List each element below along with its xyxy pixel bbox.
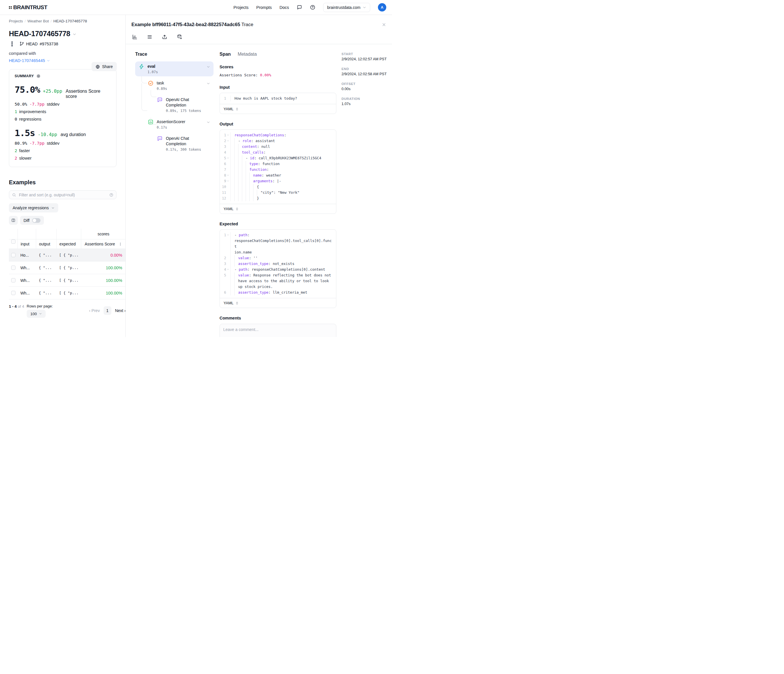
cell-input: Wh... bbox=[17, 278, 36, 283]
collapse-icon[interactable] bbox=[227, 174, 229, 176]
chart-view-icon[interactable] bbox=[132, 34, 137, 40]
list-view-icon[interactable] bbox=[147, 34, 152, 40]
row-checkbox[interactable] bbox=[11, 266, 16, 270]
current-page-button[interactable]: 1 bbox=[104, 306, 111, 315]
chevron-up-down-icon bbox=[235, 207, 239, 211]
chevron-down-icon[interactable] bbox=[207, 82, 210, 85]
logo-text: BRAINTRUST bbox=[13, 4, 47, 11]
collapse-icon[interactable] bbox=[227, 157, 229, 159]
summary-title: SUMMARY bbox=[15, 74, 34, 78]
table-row[interactable]: Wh...{ "...[ { "p...100.00% bbox=[9, 274, 126, 287]
duration-stddev-delta: -7.7pp bbox=[30, 141, 45, 146]
table-row[interactable]: Wh...{ "...[ { "p...100.00% bbox=[9, 262, 126, 274]
gear-icon[interactable] bbox=[36, 74, 40, 78]
nav-link-docs[interactable]: Docs bbox=[280, 5, 289, 10]
code-line: 8name: weather bbox=[220, 173, 336, 178]
col-header-score[interactable]: Assertions Score bbox=[85, 242, 115, 246]
cell-output: { "... bbox=[36, 291, 56, 295]
collapse-icon[interactable] bbox=[227, 134, 229, 136]
export-icon[interactable] bbox=[162, 34, 167, 40]
code-line: 2value: '' bbox=[220, 255, 336, 261]
diff-toggle[interactable]: Diff bbox=[20, 216, 44, 225]
top-nav: BRAINTRUST Projects Prompts Docs braintr… bbox=[0, 0, 392, 15]
nav-link-projects[interactable]: Projects bbox=[233, 5, 249, 10]
trace-node-openai-chat-completion[interactable]: OpenAI Chat Completion0.17s, 300 tokens bbox=[154, 134, 213, 154]
experiment-menu-button[interactable] bbox=[9, 41, 15, 47]
trace-node-eval[interactable]: eval1.07s bbox=[135, 61, 213, 76]
input-format-select[interactable]: YAML bbox=[220, 104, 336, 114]
trace-node-openai-chat-completion[interactable]: OpenAI Chat Completion0.89s, 175 tokens bbox=[154, 95, 213, 115]
trace-node-label: OpenAI Chat Completion bbox=[166, 97, 210, 108]
line-number: 1 bbox=[224, 96, 226, 101]
tab-metadata[interactable]: Metadata bbox=[238, 52, 257, 57]
share-button[interactable]: Share bbox=[92, 62, 117, 71]
chat-dots-icon bbox=[157, 136, 163, 142]
title-chevron-icon[interactable] bbox=[73, 33, 76, 36]
metadata-offset: OFFSET0.00s bbox=[342, 82, 387, 91]
filter-help-icon[interactable] bbox=[109, 193, 114, 197]
next-page-button[interactable]: Next › bbox=[115, 308, 126, 313]
col-header-input[interactable]: input bbox=[17, 240, 36, 249]
filter-input[interactable] bbox=[19, 192, 107, 198]
col-header-expected[interactable]: expected bbox=[56, 240, 81, 249]
row-checkbox[interactable] bbox=[11, 278, 16, 282]
rows-per-page-label: Rows per page: bbox=[27, 304, 53, 308]
code-line: 10{ bbox=[220, 184, 336, 190]
lightning-icon bbox=[138, 64, 144, 70]
chevron-down-icon[interactable] bbox=[207, 65, 210, 68]
code-line: 3content: null bbox=[220, 144, 336, 149]
tab-span[interactable]: Span bbox=[219, 52, 231, 57]
output-code-block: 1responseChatCompletions:2- role: assist… bbox=[219, 129, 336, 214]
col-header-output[interactable]: output bbox=[36, 240, 56, 249]
chevron-down-icon bbox=[363, 6, 366, 9]
braintrust-logo[interactable]: BRAINTRUST bbox=[9, 4, 47, 11]
org-switcher[interactable]: braintrustdata.com bbox=[323, 3, 370, 12]
comments-heading: Comments bbox=[219, 316, 336, 321]
collapse-icon[interactable] bbox=[227, 268, 229, 271]
output-format-select[interactable]: YAML bbox=[220, 204, 336, 213]
line-number: 9 bbox=[224, 178, 226, 184]
analyze-regressions-button[interactable]: Analyze regressions bbox=[9, 203, 58, 212]
collapse-icon[interactable] bbox=[227, 180, 229, 182]
check-circle-icon bbox=[148, 80, 154, 86]
help-icon[interactable] bbox=[310, 5, 316, 10]
score-label: Assertions Score score bbox=[66, 89, 111, 99]
table-row[interactable]: Wh...{ "...[ { "p...100.00% bbox=[9, 287, 126, 299]
cell-score: 100.00% bbox=[81, 291, 126, 296]
row-range: 1 - 4 of 4 bbox=[9, 304, 26, 309]
cell-input: Wh... bbox=[17, 291, 36, 296]
breadcrumb-projects[interactable]: Projects bbox=[9, 19, 23, 23]
cell-expected: [ { "p... bbox=[56, 253, 81, 257]
prev-page-button[interactable]: ‹ Prev bbox=[89, 308, 100, 313]
code-line: 4- path: responseChatCompletions[0].cont… bbox=[220, 267, 336, 272]
diff-toggle-switch[interactable] bbox=[32, 218, 40, 223]
close-icon[interactable] bbox=[382, 22, 386, 27]
rows-per-page-select[interactable]: 100 bbox=[27, 310, 46, 318]
row-checkbox[interactable] bbox=[11, 291, 16, 295]
trace-node-duration: 1.07s bbox=[148, 70, 210, 74]
column-menu-icon[interactable] bbox=[118, 242, 122, 246]
code-line: 2- role: assistant bbox=[220, 138, 336, 144]
comment-input[interactable] bbox=[220, 324, 336, 337]
add-to-dataset-icon[interactable] bbox=[177, 34, 182, 40]
collapse-icon[interactable] bbox=[227, 140, 229, 142]
expected-code-block: 1- path: responseChatCompletions[0].tool… bbox=[219, 229, 336, 308]
cell-output: { "... bbox=[36, 278, 56, 282]
expected-format-select[interactable]: YAML bbox=[220, 298, 336, 308]
collapse-icon[interactable] bbox=[227, 233, 229, 236]
nav-link-prompts[interactable]: Prompts bbox=[256, 5, 272, 10]
branch-name: HEAD bbox=[26, 42, 37, 46]
breadcrumb-project[interactable]: Weather Bot bbox=[28, 19, 49, 23]
chevron-down-icon[interactable] bbox=[207, 121, 210, 124]
code-line: 6type: function bbox=[220, 161, 336, 167]
row-checkbox[interactable] bbox=[11, 253, 16, 257]
avatar[interactable]: A bbox=[378, 3, 386, 11]
columns-button[interactable] bbox=[9, 216, 18, 225]
feedback-icon[interactable] bbox=[297, 5, 302, 10]
tree-connector bbox=[151, 90, 156, 97]
duration-value: 1.5s bbox=[15, 128, 35, 138]
metadata-label: END bbox=[342, 67, 387, 71]
table-row[interactable]: Ho...{ "...[ { "p...0.00% bbox=[9, 249, 126, 262]
select-all-checkbox[interactable] bbox=[11, 240, 16, 244]
line-number: 4 bbox=[224, 267, 226, 272]
